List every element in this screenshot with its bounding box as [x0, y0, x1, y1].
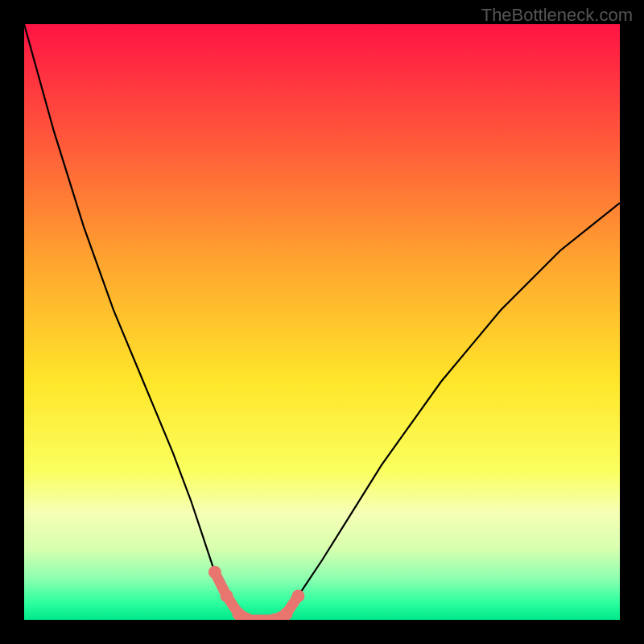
curve-layer [24, 24, 620, 620]
svg-point-5 [280, 608, 293, 620]
svg-point-3 [232, 608, 245, 620]
optimal-zone-markers [208, 566, 305, 620]
plot-area [24, 24, 620, 620]
watermark-text: TheBottleneck.com [481, 5, 633, 26]
bottleneck-curve [24, 24, 620, 620]
svg-point-1 [208, 566, 221, 579]
svg-point-2 [221, 589, 233, 602]
svg-point-6 [291, 589, 304, 602]
